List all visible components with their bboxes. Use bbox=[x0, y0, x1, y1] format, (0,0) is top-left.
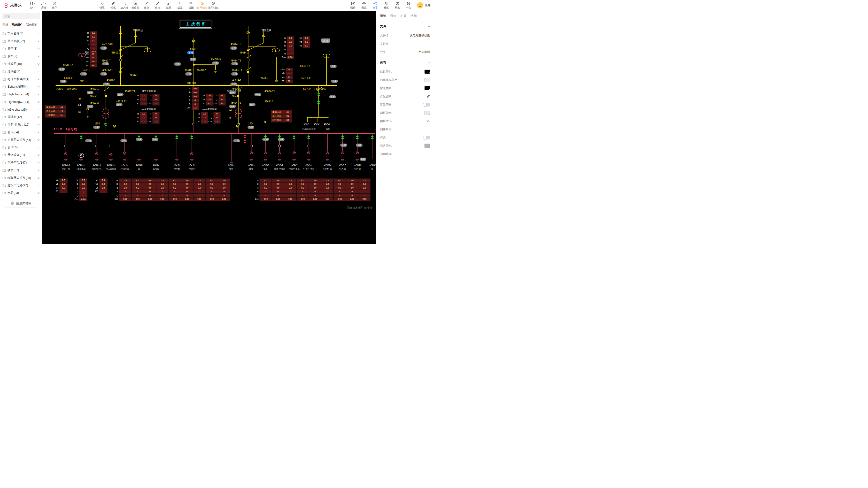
sidebar-category-10[interactable]: le5le charts(5) bbox=[0, 106, 42, 113]
status-badge[interactable]: 备用 bbox=[187, 51, 194, 54]
sidebar-category-14[interactable]: 拓扑图未分类(54) bbox=[0, 136, 42, 143]
device-label[interactable]: 45624 bbox=[232, 95, 239, 98]
toggle-ruler[interactable] bbox=[423, 136, 430, 139]
panel-tab-1[interactable]: 通信 bbox=[390, 14, 396, 18]
device-label[interactable]: G bbox=[80, 154, 82, 157]
color-swatch-background-color[interactable] bbox=[424, 86, 430, 90]
sidebar-category-8[interactable]: Highcharts... (4) bbox=[0, 91, 42, 98]
status-badge[interactable]: 分闸 bbox=[120, 139, 127, 142]
flow-indicator-arrow[interactable] bbox=[243, 139, 246, 143]
measurement-table[interactable]: Ia0.0Ib0.0Ic0.0P0Q0Cos0.00 bbox=[74, 178, 87, 201]
tool-minimap[interactable]: 缩略图 bbox=[130, 0, 141, 10]
tool-line-width[interactable]: 1▾ 线宽 bbox=[175, 0, 186, 10]
tool-magnifier[interactable]: 放大镜 bbox=[119, 0, 130, 10]
device-label[interactable]: 45610 bbox=[190, 48, 196, 51]
device-label[interactable]: 1204 bbox=[248, 123, 254, 125]
status-badge[interactable]: 分闸 bbox=[60, 79, 67, 83]
panel-tab-3[interactable]: 结构 bbox=[410, 14, 416, 18]
sidebar-category-4[interactable]: 流程图(15) bbox=[0, 60, 42, 68]
status-badge[interactable]: 分闸 bbox=[330, 65, 337, 68]
sidebar-tab-0[interactable]: 图纸 bbox=[2, 23, 8, 29]
tool-end-point[interactable]: 终点 bbox=[152, 0, 163, 10]
device-label[interactable]: 45612-1 bbox=[106, 79, 116, 82]
sidebar-category-12[interactable]: 待售-特殊... (10) bbox=[0, 121, 42, 129]
sidebar-category-20[interactable]: 逻辑门电路(27) bbox=[0, 182, 42, 189]
device-label[interactable]: 66KV 1段母线 bbox=[56, 87, 78, 90]
action-community[interactable]: 社区 bbox=[381, 0, 392, 10]
status-badge[interactable]: 分闸 bbox=[85, 139, 92, 142]
action-help[interactable]: 帮助 bbox=[392, 0, 403, 10]
color-swatch-ruler-color[interactable] bbox=[424, 143, 430, 148]
feeder-2AK9[interactable]: 2AK9 bbox=[369, 163, 376, 166]
device-label[interactable]: 45622-2 bbox=[90, 102, 99, 104]
tool-view-zoom[interactable]: 80▾ 视图 bbox=[186, 0, 197, 10]
feeder-1AR6[interactable]: 1AR6 bbox=[174, 163, 180, 166]
feeder-2AK2[interactable]: 2AK2 bbox=[262, 163, 269, 166]
device-label[interactable]: 45613-T2 bbox=[300, 65, 310, 68]
tool-start-point[interactable]: 起点 bbox=[141, 0, 152, 10]
status-badge[interactable]: 分闸 bbox=[229, 91, 236, 94]
status-badge[interactable]: 分闸 bbox=[103, 83, 110, 86]
device-label[interactable]: 45622-1 bbox=[90, 88, 99, 90]
transformer-label[interactable]: #2主变 bbox=[228, 108, 232, 120]
panel-tab-2[interactable]: 布局 bbox=[400, 14, 406, 18]
device-label[interactable]: 66KV 11段母线 bbox=[303, 87, 327, 90]
flow-indicator-arrow[interactable] bbox=[190, 135, 193, 139]
menu-edit[interactable]: ▾ 编辑 bbox=[38, 0, 49, 10]
diagram-title[interactable]: 主接线图 bbox=[180, 21, 211, 28]
device-label[interactable]: 45613-T1 bbox=[301, 77, 312, 79]
device-label[interactable]: #1主变低压侧 bbox=[142, 108, 156, 110]
flow-indicator-arrow[interactable] bbox=[292, 135, 296, 139]
device-label[interactable]: 45612-T3 bbox=[102, 43, 113, 46]
device-label[interactable]: 平新乙线 bbox=[262, 29, 272, 32]
flow-indicator-arrow[interactable] bbox=[371, 135, 374, 139]
status-badge[interactable]: 分闸 bbox=[249, 103, 255, 106]
flow-indicator-arrow[interactable] bbox=[317, 100, 320, 104]
sidebar-category-16[interactable]: 网络设备(81) bbox=[0, 151, 42, 159]
action-edit-mode[interactable]: 编辑 bbox=[347, 0, 359, 10]
sidebar-category-7[interactable]: Echarts图表(4) bbox=[0, 83, 42, 91]
feeder-1AR7[interactable]: 1AR7 bbox=[153, 163, 160, 166]
feeder-1AK13[interactable]: 1AK13 bbox=[62, 163, 70, 166]
tool-auto-anchor[interactable]: 自动锚点 bbox=[197, 0, 208, 10]
action-preview[interactable]: 预览 bbox=[359, 0, 370, 10]
tap-indicator-box[interactable] bbox=[79, 104, 81, 106]
device-label[interactable]: 分段母联 bbox=[187, 82, 196, 85]
sidebar-category-9[interactable]: LightningC... (4) bbox=[0, 98, 42, 106]
meter-panel[interactable]: Uba89Ucb34Uac79FR98 bbox=[84, 52, 97, 68]
device-label[interactable]: 10KV 1段母线 bbox=[54, 128, 77, 131]
oil-temp-panel[interactable]: 本体油温93低压油温191#变档位91 bbox=[44, 105, 66, 118]
flow-indicator-arrow[interactable] bbox=[137, 135, 141, 139]
sidebar-tab-1[interactable]: 系统组件 bbox=[11, 23, 23, 29]
device-label[interactable]: 45622-T1 bbox=[125, 90, 135, 93]
feeder-2AK6[interactable]: 2AK6 bbox=[324, 163, 331, 166]
meter-panel[interactable]: Va0.0Vb0.0Vc0.0 bbox=[299, 36, 310, 48]
app-logo[interactable]: 乐吾乐 bbox=[3, 3, 22, 8]
oil-temp-panel[interactable]: 本体油温61低压油温862#变档位30 bbox=[271, 110, 292, 123]
feeder-1AR10[interactable]: 1AR10 bbox=[106, 163, 115, 166]
device-label[interactable]: 平新甲线 bbox=[133, 29, 143, 32]
feeder-1AR8[interactable]: 1AR8 bbox=[135, 163, 143, 166]
device-label[interactable]: 45611-T2 bbox=[63, 64, 73, 67]
device-label[interactable]: 1AK4 bbox=[304, 123, 309, 125]
diagram-canvas[interactable]: 主接线图 掘金技术社区 @ 泰潇 平新甲线平新乙线45612-T345612-2… bbox=[42, 11, 376, 244]
flow-indicator-arrow[interactable] bbox=[307, 135, 310, 139]
action-language[interactable]: 中文 bbox=[403, 0, 414, 10]
flow-indicator-arrow[interactable] bbox=[175, 135, 178, 139]
sidebar-category-5[interactable]: 活动图(8) bbox=[0, 68, 42, 75]
status-badge[interactable]: 分闸 bbox=[87, 105, 93, 108]
tool-pen[interactable]: 钢笔 bbox=[96, 0, 107, 10]
tap-control-label[interactable]: 升 bbox=[264, 107, 267, 111]
device-label[interactable]: 45614-T3 bbox=[231, 43, 241, 46]
section-header-canvas[interactable]: 画布 bbox=[380, 58, 430, 68]
meter-panel-double[interactable]: Ia0.0P0Ib0.0Q0Ic0.0Cos0.00 bbox=[136, 112, 160, 124]
status-badge[interactable]: 分闸 bbox=[185, 72, 192, 75]
more-init-js[interactable]: ··· bbox=[424, 152, 430, 156]
color-swatch-grid-color[interactable] bbox=[424, 110, 430, 115]
field-filename[interactable]: 变电站主接线图 bbox=[410, 33, 430, 37]
panel-tab-0[interactable]: 图纸 bbox=[380, 14, 386, 18]
device-label[interactable]: 45622-T2 bbox=[116, 100, 127, 103]
menu-save[interactable]: 保存 bbox=[49, 0, 60, 10]
tap-indicator-box[interactable] bbox=[264, 114, 266, 116]
device-label[interactable]: 45610-2 bbox=[197, 69, 206, 72]
